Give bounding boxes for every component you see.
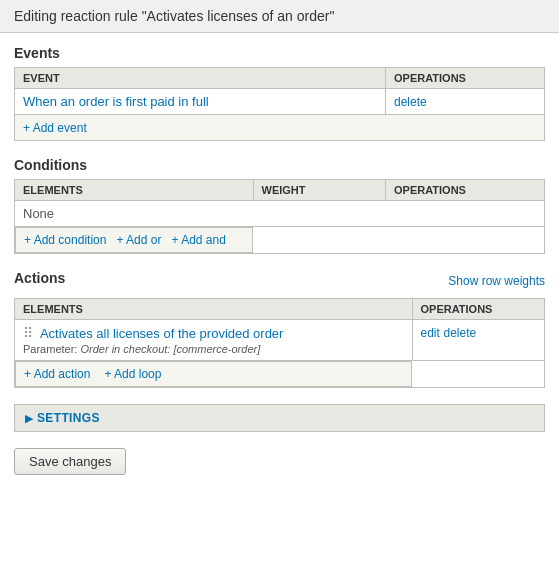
conditions-title: Conditions bbox=[14, 157, 545, 173]
save-button-container: Save changes bbox=[14, 448, 545, 475]
settings-section: ▶ SETTINGS bbox=[14, 404, 545, 432]
settings-arrow-icon: ▶ bbox=[25, 412, 33, 425]
add-and-link[interactable]: Add and bbox=[171, 233, 225, 247]
settings-label: SETTINGS bbox=[37, 411, 100, 425]
action-link[interactable]: Activates all licenses of the provided o… bbox=[40, 326, 284, 341]
events-section: Events EVENT OPERATIONS When an order is… bbox=[14, 45, 545, 141]
table-row: When an order is first paid in full dele… bbox=[15, 89, 545, 115]
table-row: ⠿ Activates all licenses of the provided… bbox=[15, 320, 545, 361]
save-button[interactable]: Save changes bbox=[14, 448, 126, 475]
actions-footer-row: Add action Add loop bbox=[15, 361, 545, 388]
action-edit-link[interactable]: edit bbox=[421, 326, 440, 340]
settings-toggle[interactable]: ▶ SETTINGS bbox=[15, 405, 544, 431]
event-link[interactable]: When an order is first paid in full bbox=[23, 94, 209, 109]
param-label: Parameter: bbox=[23, 343, 77, 355]
actions-section: Actions Show row weights ELEMENTS OPERAT… bbox=[14, 270, 545, 388]
conditions-table: ELEMENTS WEIGHT OPERATIONS None bbox=[14, 179, 545, 254]
actions-col-operations: OPERATIONS bbox=[412, 299, 545, 320]
conditions-section: Conditions ELEMENTS WEIGHT OPERATIONS bbox=[14, 157, 545, 254]
conditions-footer-row: Add condition Add or Add and bbox=[15, 227, 545, 254]
add-event-link[interactable]: Add event bbox=[23, 121, 87, 135]
add-or-link[interactable]: Add or bbox=[116, 233, 161, 247]
conditions-col-operations: OPERATIONS bbox=[386, 180, 545, 201]
events-title: Events bbox=[14, 45, 545, 61]
action-delete-link[interactable]: delete bbox=[443, 326, 476, 340]
conditions-none-row: None bbox=[15, 201, 545, 227]
conditions-col-elements: ELEMENTS bbox=[15, 180, 254, 201]
add-action-link[interactable]: Add action bbox=[24, 367, 90, 381]
add-condition-link[interactable]: Add condition bbox=[24, 233, 106, 247]
page-title: Editing reaction rule "Activates license… bbox=[0, 0, 559, 33]
actions-title: Actions bbox=[14, 270, 65, 286]
actions-col-elements: ELEMENTS bbox=[15, 299, 413, 320]
conditions-none-text: None bbox=[23, 206, 54, 221]
actions-table: ELEMENTS OPERATIONS ⠿ Activates all lice… bbox=[14, 298, 545, 388]
show-row-weights-link[interactable]: Show row weights bbox=[448, 274, 545, 288]
events-footer-row: Add event bbox=[15, 115, 545, 141]
add-loop-link[interactable]: Add loop bbox=[104, 367, 161, 381]
actions-header: Actions Show row weights bbox=[14, 270, 545, 292]
events-table: EVENT OPERATIONS When an order is first … bbox=[14, 67, 545, 141]
drag-handle-icon[interactable]: ⠿ bbox=[23, 325, 33, 341]
action-param: Parameter: Order in checkout: [commerce-… bbox=[23, 343, 404, 355]
param-value: Order in checkout: [commerce-order] bbox=[80, 343, 260, 355]
event-delete-link[interactable]: delete bbox=[394, 95, 427, 109]
events-col-event: EVENT bbox=[15, 68, 386, 89]
conditions-col-weight: WEIGHT bbox=[253, 180, 386, 201]
action-ops: edit delete bbox=[421, 325, 477, 340]
events-col-operations: OPERATIONS bbox=[386, 68, 545, 89]
